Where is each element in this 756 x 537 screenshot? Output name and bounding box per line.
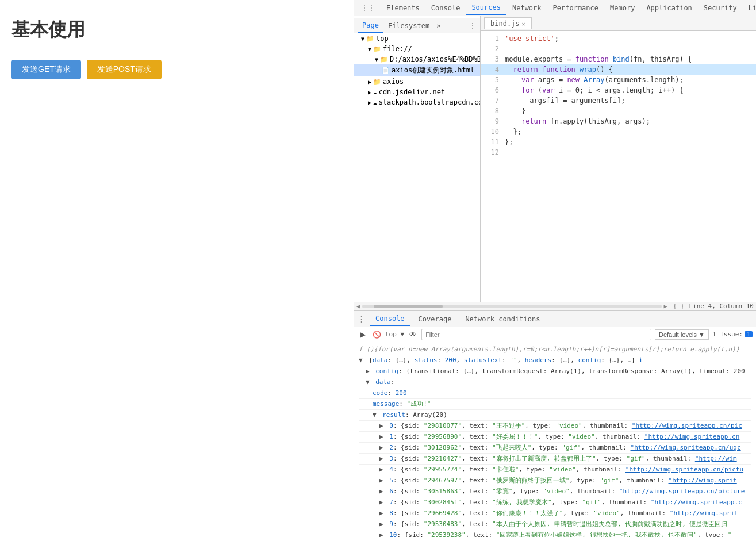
console-line-0: ▶ 0: {sid: "29810077", text: "王不过手", typ… [359,421,751,432]
scroll-track[interactable] [362,305,661,308]
tab-application[interactable]: Application [640,2,697,14]
button-group: 发送GET请求 发送POST请求 [11,60,342,79]
code-tab-bindjs[interactable]: bind.js ✕ [484,17,532,29]
tree-item-top[interactable]: ▼ 📁 top [354,33,480,44]
console-line-config: ▶ config: {transitional: {…}, transformR… [359,366,751,377]
arrow-down-icon-dir: ▼ [375,56,378,63]
run-icon[interactable]: ▶ [358,329,368,340]
tree-label-top: top [376,34,389,43]
tree-label-axios: axios [383,78,404,86]
issue-label: 1 Issue: [712,331,743,338]
tab-sources[interactable]: Sources [466,1,506,15]
tree-item-html[interactable]: 📄 axios创建实例对象.html [354,64,480,76]
menu-dots-icon[interactable]: ⋮ [469,21,477,30]
eye-icon[interactable]: 👁 [408,329,418,340]
issue-badge: 1 Issue: 1 [712,331,753,338]
tab-network[interactable]: Network [506,2,547,14]
tab-coverage[interactable]: Coverage [413,313,458,325]
console-line-obj-root: ▼ {data: {…}, status: 200, statusText: "… [359,355,751,366]
tree-label-html: axios创建实例对象.html [392,66,474,75]
devtools-panel: ⋮⋮ Elements Console Sources Network Perf… [354,0,756,537]
tab-console[interactable]: Console [425,2,466,14]
tab-filesystem[interactable]: Filesystem [383,20,434,32]
format-icon[interactable]: { } [673,302,685,310]
tree-item-jsdelivr[interactable]: ▶ ☁ cdn.jsdelivr.net [354,87,480,97]
code-tabs: bind.js ✕ [481,16,756,31]
code-line-10: 10 }; [481,126,756,137]
code-line-5: 5 var args = new Array(arguments.length)… [481,75,756,85]
tab-performance[interactable]: Performance [547,2,604,14]
horizontal-scrollbar[interactable]: ◀ ▶ { } Line 4, Column 10 [354,302,756,310]
console-line-9: ▶ 9: {sid: "29530483", text: "本人由于个人原因, … [359,519,751,530]
console-line-code: code: 200 [359,388,751,399]
console-line-2: ▶ 2: {sid: "30128962", text: "飞起来咬人", ty… [359,443,751,454]
scroll-thumb[interactable] [374,305,443,308]
tree-label-bootstrap: stackpath.bootstrapcdn.com [379,98,481,106]
console-line-10: ▶ 10: {sid: "29539238", text: "回家蹲上看到有位小… [359,530,751,537]
console-line-3: ▶ 3: {sid: "29210427", text: "麻将打出了新高度, … [359,454,751,465]
console-line-data: ▼ data: [359,377,751,388]
code-line-9: 9 return fn.apply(thisArg, args); [481,116,756,126]
file-tree: Page Filesystem » ⋮ ▼ 📁 top ▼ 📁 file:// … [354,16,481,302]
console-line-8: ▶ 8: {sid: "29669428", text: "你们康康！！！太强了… [359,508,751,519]
tab-page[interactable]: Page [358,19,383,33]
fn-text: f (){for(var n=new Array(arguments.lengt… [359,346,739,353]
console-tabs: ⋮ Console Coverage Network conditions [354,311,756,327]
context-selector[interactable]: top ▼ [385,331,404,338]
devtools-top-tabs: ⋮⋮ Elements Console Sources Network Perf… [354,0,756,16]
code-line-2: 2 [481,44,756,54]
tab-console-main[interactable]: Console [370,312,410,326]
tab-security[interactable]: Security [698,2,743,14]
tab-elements[interactable]: Elements [381,2,425,14]
code-line-6: 6 for (var i = 0; i < args.length; i++) … [481,85,756,95]
main-page: 基本使用 发送GET请求 发送POST请求 [0,0,354,537]
tree-item-file[interactable]: ▼ 📁 file:// [354,44,480,54]
get-request-button[interactable]: 发送GET请求 [11,60,81,79]
folder-icon-dir: 📁 [380,56,388,63]
arrow-right-icon-axios: ▶ [368,79,371,85]
console-section: ⋮ Console Coverage Network conditions ▶ … [354,310,756,537]
code-line-11: 11 }; [481,137,756,147]
console-menu-icon[interactable]: ⋮ [358,314,365,323]
tab-network-conditions[interactable]: Network conditions [459,313,546,325]
code-content[interactable]: 1 'use strict'; 2 3 module.exports = fun… [481,31,756,302]
more-tabs-icon[interactable]: » [436,22,440,30]
code-line-7: 7 args[i] = arguments[i]; [481,95,756,106]
console-line-5: ▶ 5: {sid: "29467597", text: "俄罗斯的熊终于扳回一… [359,475,751,486]
console-toolbar: ▶ 🚫 top ▼ 👁 Default levels ▼ 1 Issue: 1 [354,327,756,342]
tree-label-dir: D:/axios/axios%E4%BD%BF%E7 [390,55,481,63]
tab-memory[interactable]: Memory [604,2,640,14]
cloud-icon-jsdelivr: ☁ [373,89,377,96]
code-editor: bind.js ✕ 1 'use strict'; 2 3 module.exp… [481,16,756,302]
issue-num: 1 [745,331,753,337]
drag-icon: ⋮⋮ [361,4,375,12]
arrow-right-icon-bootstrap: ▶ [368,99,371,106]
file-icon-html: 📄 [382,67,390,74]
post-request-button[interactable]: 发送POST请求 [87,60,162,79]
arrow-down-icon: ▼ [361,36,364,42]
tree-item-dir[interactable]: ▼ 📁 D:/axios/axios%E4%BD%BF%E7 [354,54,480,64]
tab-lig[interactable]: Lig [743,2,756,14]
tree-label-file: file:// [383,45,412,53]
scroll-right-icon[interactable]: ▶ [664,303,667,309]
default-levels-button[interactable]: Default levels ▼ [655,329,709,340]
file-tree-tabs: Page Filesystem » ⋮ [354,18,480,33]
arrow-down-icon-file: ▼ [368,46,371,52]
console-line-message: message: "成功!" [359,399,751,410]
tree-label-jsdelivr: cdn.jsdelivr.net [379,88,446,96]
code-line-3: 3 module.exports = function bind(fn, thi… [481,54,756,64]
clear-icon[interactable]: 🚫 [371,329,382,340]
cloud-icon-bootstrap: ☁ [373,99,377,106]
tree-item-axios[interactable]: ▶ 📁 axios [354,76,480,87]
code-line-1: 1 'use strict'; [481,33,756,44]
console-line-result: ▼ result: Array(20) [359,410,751,421]
close-tab-icon[interactable]: ✕ [522,21,525,27]
code-line-8: 8 } [481,106,756,116]
scroll-left-icon[interactable]: ◀ [356,303,360,309]
filter-input[interactable] [421,329,651,340]
sources-body: Page Filesystem » ⋮ ▼ 📁 top ▼ 📁 file:// … [354,16,756,302]
console-output[interactable]: f (){for(var n=new Array(arguments.lengt… [354,342,756,537]
folder-icon-top: 📁 [366,35,374,43]
console-line-4: ▶ 4: {sid: "29955774", text: "卡住啦", type… [359,465,751,475]
tree-item-bootstrap[interactable]: ▶ ☁ stackpath.bootstrapcdn.com [354,97,480,108]
